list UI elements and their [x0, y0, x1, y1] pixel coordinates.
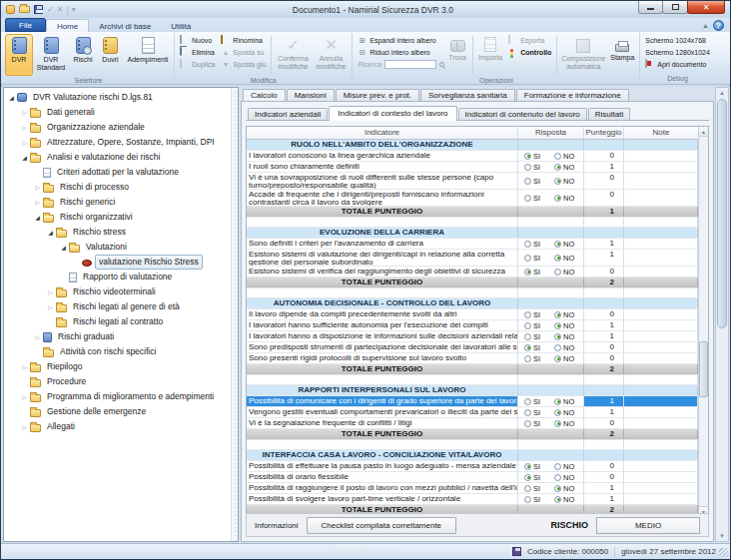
radio-option-no[interactable]: NO — [554, 240, 582, 249]
schermo-1024-button[interactable]: Schermo 1024x768 — [642, 34, 713, 46]
table-scrollbar-thumb[interactable] — [699, 341, 708, 397]
tree-item-label[interactable]: Gestione delle emergenze — [44, 405, 149, 418]
checklist-item-row[interactable]: Possibilità di comunicare con i dirigent… — [247, 396, 698, 407]
table-scrollbar[interactable]: ▲ ▼ — [698, 127, 708, 516]
maximize-button[interactable] — [662, 1, 688, 14]
radio-icon[interactable] — [524, 355, 531, 362]
note-cell[interactable] — [624, 239, 698, 249]
radio-icon[interactable] — [524, 333, 531, 340]
tree-item[interactable]: ◢Rischi organizzativi — [5, 210, 230, 225]
tree-item[interactable]: ▷Rischi graduati — [5, 329, 230, 344]
tree-item-label[interactable]: Programma di miglioramento e adempimenti — [44, 390, 217, 403]
tab-home[interactable]: Home — [46, 19, 89, 32]
radio-icon[interactable] — [554, 474, 561, 481]
note-cell[interactable] — [624, 418, 698, 428]
radio-icon[interactable] — [554, 333, 561, 340]
radio-option-no[interactable]: NO — [554, 268, 582, 277]
tree-item[interactable]: ▷Allegati — [5, 419, 230, 434]
tree-item[interactable]: Gestione delle emergenze — [5, 404, 230, 419]
radio-icon[interactable] — [554, 153, 561, 160]
radio-icon[interactable] — [554, 164, 561, 171]
radio-icon[interactable] — [524, 496, 531, 503]
note-cell[interactable] — [624, 331, 698, 341]
stampa-button[interactable]: Stampa — [607, 34, 637, 76]
note-cell[interactable] — [624, 320, 698, 330]
radio-option-si[interactable]: SI — [524, 268, 552, 277]
tree-item[interactable]: ◢Rischio stress — [5, 225, 230, 240]
tree-item-label[interactable]: Allegati — [44, 420, 78, 433]
radio-option-no[interactable]: NO — [554, 310, 582, 319]
tree-expander-icon[interactable]: ▷ — [20, 124, 29, 131]
tree-item[interactable]: Rischi legati al contratto — [5, 314, 230, 329]
rischi-button[interactable]: Rischi — [69, 34, 97, 76]
nuovo-button[interactable]: Nuovo — [177, 34, 218, 46]
tree-item-label[interactable]: Rischi di processo — [57, 181, 132, 194]
tab-file[interactable]: File — [5, 18, 46, 32]
checklist-item-row[interactable]: Sono presenti rigidi protocolli di super… — [247, 353, 698, 364]
note-cell[interactable] — [624, 396, 698, 406]
indicatore-text[interactable]: Esistono sistemi di valutazione dei diri… — [247, 250, 518, 266]
radio-option-no[interactable]: NO — [554, 343, 582, 352]
tree-expander-icon[interactable]: ▷ — [33, 199, 42, 206]
checklist-item-row[interactable]: Possibilità di effettuare la pausa pasto… — [247, 461, 698, 472]
radio-option-no[interactable]: NO — [554, 397, 582, 406]
radio-option-si[interactable]: SI — [524, 240, 552, 249]
note-cell[interactable] — [624, 162, 698, 172]
note-cell[interactable] — [624, 472, 698, 482]
subtab-contesto-lavoro[interactable]: Indicatori di contesto del lavoro — [329, 106, 456, 121]
radio-option-si[interactable]: SI — [524, 495, 552, 504]
tree-item-label[interactable]: Rischio stress — [70, 226, 129, 239]
radio-option-si[interactable]: SI — [524, 177, 552, 186]
tree-item-label[interactable]: Analisi e valutazione dei rischi — [44, 151, 163, 164]
radio-option-si[interactable]: SI — [524, 484, 552, 493]
help-icon[interactable]: ? — [713, 20, 724, 31]
radio-option-si[interactable]: SI — [524, 408, 552, 417]
indicatore-text[interactable]: I lavoratori hanno a disposizione le inf… — [247, 331, 518, 341]
search-input[interactable] — [384, 60, 436, 69]
scroll-up-icon[interactable]: ▲ — [699, 127, 708, 137]
radio-icon[interactable] — [524, 241, 531, 248]
radio-option-no[interactable]: NO — [554, 321, 582, 330]
radio-option-no[interactable]: NO — [554, 408, 582, 417]
tree-item-label[interactable]: Rischi legati al contratto — [70, 315, 166, 328]
save-icon[interactable] — [33, 5, 44, 15]
radio-icon[interactable] — [554, 409, 561, 416]
radio-icon[interactable] — [524, 311, 531, 318]
tree-expander-icon[interactable]: ▷ — [20, 109, 29, 116]
checklist-item-row[interactable]: I ruoli sono chiaramente definitiSINO1 — [247, 162, 698, 173]
tree-expander-icon[interactable]: ◢ — [33, 214, 42, 221]
radio-icon[interactable] — [554, 398, 561, 405]
radio-icon[interactable] — [524, 474, 531, 481]
indicatore-text[interactable]: Esistono sistemi di verifica del raggiun… — [247, 267, 518, 277]
apri-documento-button[interactable]: Apri documento — [642, 58, 713, 70]
checklist-item-row[interactable]: I lavoratori hanno a disposizione le inf… — [247, 331, 698, 342]
radio-option-no[interactable]: NO — [554, 177, 582, 186]
tree-item[interactable]: ▷Programma di miglioramento e adempiment… — [5, 389, 230, 404]
tab-archivi-di-base[interactable]: Archivi di base — [89, 20, 161, 32]
tree-expander-icon[interactable]: ▷ — [20, 139, 29, 146]
checklist-item-row[interactable]: I lavoratori hanno sufficiente autonomia… — [247, 320, 698, 331]
radio-option-no[interactable]: NO — [554, 354, 582, 363]
radio-icon[interactable] — [554, 322, 561, 329]
radio-icon[interactable] — [554, 355, 561, 362]
checklist-item-row[interactable]: Accade di frequente che i dirigenti/prep… — [247, 190, 698, 207]
tree-item[interactable]: Attività con rischi specifici — [5, 344, 230, 359]
radio-icon[interactable] — [524, 322, 531, 329]
tree-item-label[interactable]: Rischi legati al genere di età — [70, 300, 183, 313]
open-icon[interactable] — [19, 5, 30, 15]
adempimenti-button[interactable]: Adempimenti — [124, 34, 172, 76]
tree-item-label[interactable]: Dati generali — [44, 106, 98, 119]
indicatore-text[interactable]: Sono predisposti strumenti di partecipaz… — [247, 342, 518, 352]
tree-expander-icon[interactable]: ◢ — [7, 94, 16, 101]
radio-option-si[interactable]: SI — [524, 163, 552, 172]
radio-icon[interactable] — [524, 153, 531, 160]
tree-item[interactable]: ▷Rischi di processo — [5, 180, 230, 195]
radio-icon[interactable] — [554, 420, 561, 427]
sposta-giu-button[interactable]: ▼Sposta giù — [218, 58, 269, 70]
tree-expander-icon[interactable]: ▷ — [46, 288, 55, 295]
page-scrollbar[interactable]: ▲ ▼ — [715, 87, 729, 542]
note-cell[interactable] — [624, 461, 698, 471]
radio-option-si[interactable]: SI — [524, 194, 552, 203]
radio-option-no[interactable]: NO — [554, 419, 582, 428]
trova-button[interactable]: Trova — [444, 34, 470, 76]
